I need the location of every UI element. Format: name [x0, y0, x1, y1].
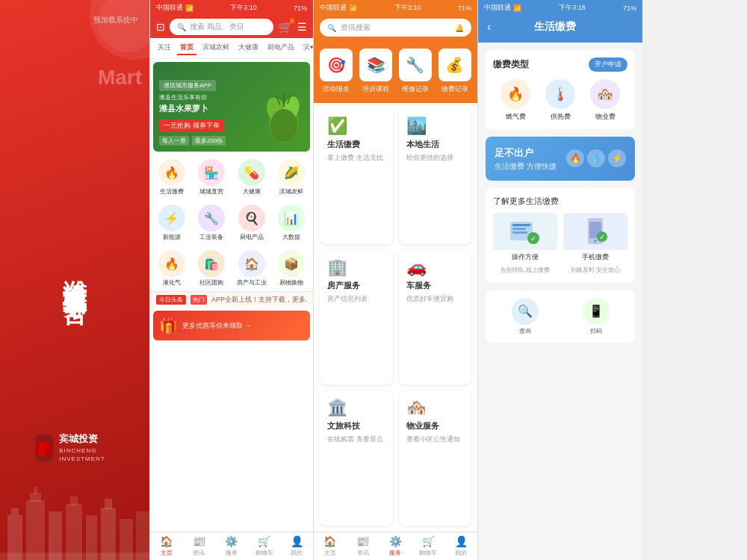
heat-fee-item-p4[interactable]: 🌡️ 供热费 — [545, 79, 575, 122]
header-p4: ‹ 生活缴费 — [478, 16, 642, 43]
icon-item-appliance[interactable]: 🍳 厨电产品 — [233, 205, 270, 241]
realestate-sub-p3: 房产信息列表 — [327, 294, 385, 304]
tab-follow[interactable]: 关注 — [155, 41, 174, 55]
icon-repair-p3[interactable]: 🔧 维修记录 — [399, 49, 432, 94]
icon-item-equipment[interactable]: 🔧 工业装备 — [193, 205, 231, 241]
banner-veg-image — [258, 84, 310, 152]
query-item-p4[interactable]: 🔍 查询 — [512, 298, 539, 335]
mobile-card-label-p4: 手机缴费 — [563, 250, 627, 264]
bottom-nav-news-label-p2: 资讯 — [193, 549, 205, 557]
menu-icon-p2[interactable]: ☰ — [297, 21, 307, 33]
scan-label-p4: 扫码 — [590, 327, 602, 335]
bottom-nav-home-p3[interactable]: 🏠 主页 — [314, 535, 347, 557]
card-property-p3[interactable]: 🏘️ 物业服务 查看小区公告通知 — [399, 391, 472, 526]
tab-more[interactable]: 滨▾ — [300, 41, 313, 55]
icon-item-realestate[interactable]: 🏠 房产与工业 — [233, 250, 270, 287]
promo-banner-p2[interactable]: 潍坊城市服务APP 潍县生活乐享有你 潍县水果萝卜 一元抢购 领券下单 每人一券… — [153, 62, 310, 152]
tab-fresh[interactable]: 滨城农鲜 — [199, 41, 232, 55]
header-p3: 🔍 资讯搜索 🔔 — [314, 16, 477, 43]
bottom-nav-news-p2[interactable]: 📰 资讯 — [183, 535, 216, 557]
icon-item-fresh[interactable]: 🌽 滨城农鲜 — [273, 159, 311, 196]
life-payment-sub-p3: 掌上缴费 生活无忧 — [327, 153, 385, 163]
card-tourism-p3[interactable]: 🏛️ 文旅科技 在线购票 查看景点 — [320, 391, 393, 526]
tab-health[interactable]: 大健康 — [235, 41, 261, 55]
status-bar-right-p4: 71% — [623, 4, 636, 12]
icon-payment-p3[interactable]: 💰 缴费记录 — [438, 49, 471, 94]
bottom-nav-cart-p3[interactable]: 🛒 购物车 — [412, 535, 444, 557]
icon-item-health[interactable]: 💊 大健康 — [233, 159, 270, 196]
gas-fee-item-p4[interactable]: 🔥 燃气费 — [500, 79, 530, 122]
bottom-nav-home-label-p2: 主页 — [161, 549, 173, 557]
home-label-p3: 主页 — [324, 549, 336, 557]
status-bar-right-p2: 71% — [294, 4, 307, 12]
search-p3[interactable]: 🔍 资讯搜索 🔔 — [320, 19, 471, 37]
home-icon-p2: 🏠 — [160, 535, 173, 547]
tourism-sub-p3: 在线购票 查看景点 — [327, 435, 385, 444]
icon-circle-equipment: 🔧 — [198, 205, 225, 231]
icons-grid-row3-p2: 🔥 液化气 🛍️ 社区团购 🏠 房产与工业 📦 易物换物 — [150, 246, 313, 291]
open-account-button-p4[interactable]: 开户申请 — [589, 57, 627, 72]
bottom-nav-cart-p2[interactable]: 🛒 购物车 — [248, 535, 281, 557]
bottom-nav-news-p3[interactable]: 📰 资讯 — [347, 535, 379, 557]
local-life-icon-p3: 🏙️ — [406, 116, 465, 136]
bell-icon-p3[interactable]: 🔔 — [455, 24, 464, 32]
bottom-nav-service-p3[interactable]: ⚙️ 服务 — [379, 535, 412, 557]
learn-more-cards-p4: ✓ 操作方便 告别排队,线上缴费 ✓ — [493, 213, 627, 276]
bottom-nav-profile-p3[interactable]: 👤 我的 — [444, 535, 477, 557]
tab-home[interactable]: 首页 — [177, 41, 196, 55]
life-payment-icon-p3: ✅ — [327, 116, 385, 136]
scan-item-p4[interactable]: 📱 扫码 — [583, 298, 610, 335]
icon-item-energy[interactable]: ⚡ 新能源 — [153, 205, 190, 241]
back-button-p4[interactable]: ‹ — [487, 20, 491, 34]
icon-label-equipment: 工业装备 — [199, 233, 223, 241]
mobile-card-img-p4: ✓ — [563, 213, 627, 250]
card-car-p3[interactable]: 🚗 车服务 优质好车便宜购 — [399, 250, 472, 385]
property-fee-item-p4[interactable]: 🏘️ 物业费 — [590, 79, 620, 122]
company-en-name: BINCHENG INVESTMENT — [59, 447, 114, 463]
bottom-nav-service-p2[interactable]: ⚙️ 服务 — [215, 535, 248, 557]
logo-icon — [35, 435, 53, 461]
icon-item-data[interactable]: 📊 大数据 — [273, 205, 311, 241]
panel2-shopping-app: 中国联通 📶 下午3:10 71% ⊡ 🔍 搜索 商品、类目 🛒 1 ☰ 关注 … — [149, 0, 314, 560]
learn-card-easy-p4[interactable]: ✓ 操作方便 告别排队,线上缴费 — [493, 213, 557, 276]
icon-label-gas: 液化气 — [163, 279, 181, 287]
bottom-nav-cart-label-p2: 购物车 — [255, 549, 273, 557]
bottom-nav-home-p2[interactable]: 🏠 主页 — [150, 535, 183, 557]
battery-p3: 71% — [458, 4, 471, 12]
card-realestate-p3[interactable]: 🏢 房产服务 房产信息列表 — [320, 250, 393, 385]
car-sub-p3: 优质好车便宜购 — [406, 294, 465, 304]
status-bar-p2: 中国联通 📶 下午3:10 71% — [150, 0, 313, 16]
tourism-title-p3: 文旅科技 — [327, 420, 385, 432]
icon-circle-appliance: 🍳 — [238, 205, 265, 231]
learn-card-mobile-p4[interactable]: ✓ 手机缴费 到账及时,安全放心 — [563, 213, 627, 276]
company-logo: 宾城投资 BINCHENG INVESTMENT — [35, 432, 114, 463]
icon-item-direct[interactable]: 🏪 城城直营 — [193, 159, 231, 196]
icon-item-payment[interactable]: 🔥 生活缴费 — [153, 159, 190, 196]
search-icon-p2: 🔍 — [177, 23, 186, 31]
property-fee-label-p4: 物业费 — [595, 112, 616, 122]
card-local-life-p3[interactable]: 🏙️ 本地生活 给你更优的选择 — [399, 109, 472, 244]
svg-rect-25 — [512, 224, 530, 226]
svg-rect-27 — [512, 231, 527, 234]
icon-training-p3[interactable]: 📚 培训课程 — [359, 49, 392, 94]
tab-appliance[interactable]: 厨电产品 — [264, 41, 297, 55]
qr-scan-icon[interactable]: ⊡ — [156, 21, 165, 33]
news-tag-p2: 今日头条 — [156, 295, 186, 305]
icon-activity-p3[interactable]: 🎯 活动报名 — [320, 49, 353, 94]
query-label-p4: 查询 — [519, 327, 531, 335]
bottom-nav-profile-p2[interactable]: 👤 我的 — [280, 535, 313, 557]
query-icon-p4: 🔍 — [512, 298, 539, 325]
promo-banner-bottom-p2[interactable]: 🎁 更多优惠等你来领取 → — [153, 311, 310, 340]
loading-text: 预加载系统中 — [93, 15, 138, 25]
icon-item-gas[interactable]: 🔥 液化气 — [153, 250, 190, 287]
icon-circle-gas: 🔥 — [158, 250, 185, 277]
svg-rect-4 — [34, 487, 37, 494]
card-life-payment-p3[interactable]: ✅ 生活缴费 掌上缴费 生活无忧 — [320, 109, 393, 244]
icon-item-community[interactable]: 🛍️ 社区团购 — [193, 250, 231, 287]
cart-button-p2[interactable]: 🛒 1 — [278, 20, 293, 34]
cart-icon-p3: 🛒 — [422, 535, 435, 547]
panel3-service-app: 中国联通 📶 下午3:10 71% 🔍 资讯搜索 🔔 🎯 活动报名 📚 培训课程… — [314, 0, 478, 560]
wifi-icon-p4: 📶 — [513, 4, 521, 12]
icon-item-exchange[interactable]: 📦 易物换物 — [273, 250, 311, 287]
search-box-p2[interactable]: 🔍 搜索 商品、类目 — [170, 19, 273, 35]
